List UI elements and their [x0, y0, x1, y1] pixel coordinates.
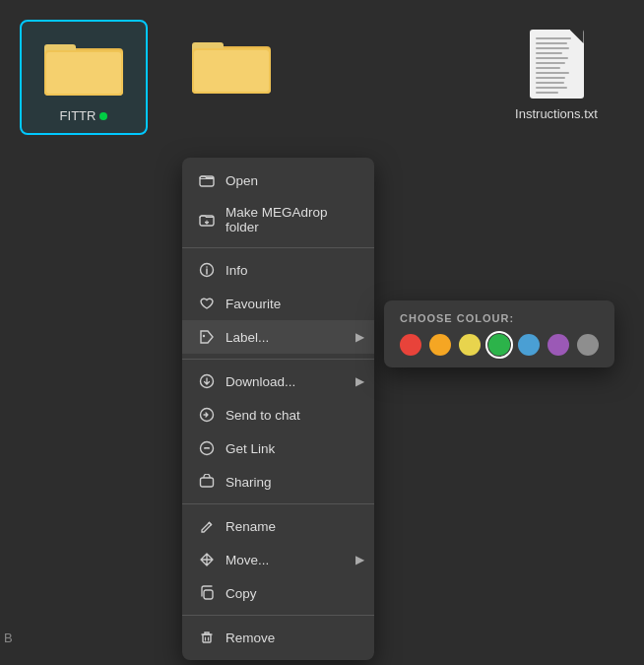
color-picker-title: CHOOSE COLOUR:	[400, 312, 599, 324]
desktop: FITTR	[0, 0, 644, 665]
menu-label-getlink: Get Link	[225, 441, 275, 456]
file-label-fittr: FITTR	[60, 108, 108, 123]
menu-label-download: Download...	[225, 374, 295, 389]
divider-1	[182, 247, 374, 248]
menu-label-open: Open	[225, 173, 258, 188]
menu-item-rename[interactable]: Rename	[182, 509, 374, 543]
color-dot-purple[interactable]	[547, 334, 569, 356]
menu-item-megadrop[interactable]: Make MEGAdrop folder	[182, 197, 374, 242]
menu-item-sharing[interactable]: Sharing	[182, 465, 374, 499]
color-dot-red[interactable]	[400, 334, 421, 356]
status-dot	[99, 112, 107, 120]
folder-icon-wrap	[44, 32, 123, 100]
menu-label-label: Label...	[225, 330, 269, 345]
txt-file-icon	[530, 30, 584, 99]
color-dot-green[interactable]	[488, 334, 510, 356]
context-menu: Open Make MEGAdrop folder	[182, 158, 374, 660]
color-dot-blue[interactable]	[518, 334, 540, 356]
svg-rect-7	[194, 50, 269, 92]
menu-label-remove: Remove	[225, 631, 275, 645]
menu-label-rename: Rename	[225, 519, 276, 534]
menu-item-copy[interactable]: Copy	[182, 576, 374, 610]
pencil-icon	[198, 517, 216, 535]
menu-label-move: Move...	[225, 553, 269, 567]
color-dot-orange[interactable]	[429, 334, 451, 356]
svg-rect-3	[46, 52, 121, 94]
label-tag-icon	[198, 328, 216, 346]
link-icon	[198, 439, 216, 457]
menu-item-move[interactable]: Move... ▶	[182, 543, 374, 576]
menu-item-open[interactable]: Open	[182, 164, 374, 197]
open-folder-icon	[198, 171, 216, 189]
file-item-instructions[interactable]: Instructions.txt	[492, 20, 620, 131]
file-label-instructions: Instructions.txt	[515, 106, 598, 121]
arrow-icon-download: ▶	[355, 374, 364, 388]
menu-item-sendtochat[interactable]: Send to chat	[182, 398, 374, 432]
menu-label-megadrop: Make MEGAdrop folder	[225, 205, 358, 234]
svg-point-11	[206, 266, 208, 268]
file-grid: FITTR	[0, 0, 644, 155]
menu-item-download[interactable]: Download... ▶	[182, 365, 374, 398]
menu-item-getlink[interactable]: Get Link	[182, 432, 374, 465]
file-item-fittr[interactable]: FITTR	[20, 20, 148, 135]
menu-label-sharing: Sharing	[225, 475, 272, 490]
file-item-unnamed[interactable]	[167, 20, 295, 116]
svg-rect-17	[204, 590, 213, 599]
menu-item-info[interactable]: Info	[182, 253, 374, 287]
svg-rect-18	[203, 634, 211, 642]
menu-label-sendtochat: Send to chat	[225, 408, 300, 423]
txt-icon-wrap	[517, 30, 596, 99]
svg-point-12	[203, 335, 205, 337]
color-dot-gray[interactable]	[577, 334, 599, 356]
menu-label-favourite: Favourite	[225, 297, 281, 311]
arrow-icon-label: ▶	[355, 330, 364, 344]
menu-item-remove[interactable]: Remove	[182, 621, 374, 654]
divider-2	[182, 359, 374, 360]
chat-send-icon	[198, 406, 216, 424]
trash-icon	[198, 629, 216, 646]
bottom-label: B	[4, 631, 13, 645]
divider-4	[182, 615, 374, 616]
copy-icon	[198, 584, 216, 602]
menu-label-info: Info	[225, 263, 248, 278]
megadrop-icon	[198, 211, 216, 229]
color-picker-popup: CHOOSE COLOUR:	[384, 300, 614, 367]
menu-item-label[interactable]: Label... ▶	[182, 320, 374, 354]
color-dots	[400, 334, 599, 356]
menu-label-copy: Copy	[225, 586, 257, 601]
divider-3	[182, 503, 374, 504]
heart-icon	[198, 295, 216, 312]
arrow-icon-move: ▶	[355, 553, 364, 566]
move-icon	[198, 551, 216, 568]
color-dot-yellow[interactable]	[459, 334, 481, 356]
download-icon	[198, 372, 216, 390]
svg-rect-16	[201, 478, 214, 487]
folder-icon-wrap2	[192, 30, 271, 99]
info-circle-icon	[198, 261, 216, 279]
share-icon	[198, 473, 216, 491]
menu-item-favourite[interactable]: Favourite	[182, 287, 374, 320]
